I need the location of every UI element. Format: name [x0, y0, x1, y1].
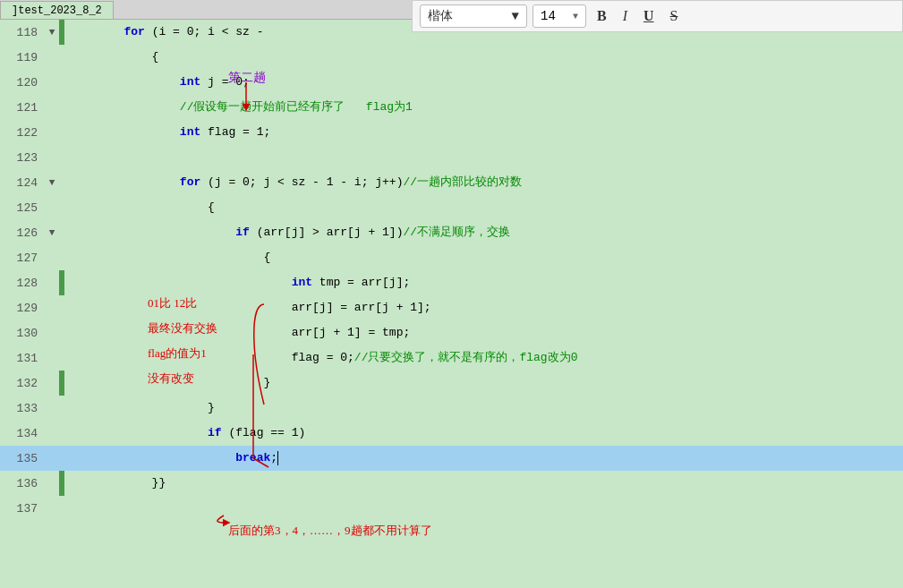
strikethrough-button[interactable]: S — [665, 6, 684, 26]
active-tab[interactable]: ]test_2023_8_2 — [0, 1, 114, 19]
code-text: arr[j] = arr[j + 1]; — [64, 295, 431, 320]
code-content-area[interactable]: 118 ▼ for (i = 0; i < sz - 119 { 120 int… — [0, 20, 903, 588]
code-text: arr[j + 1] = tmp; — [64, 320, 410, 345]
table-row: 134 if (flag == 1) — [0, 421, 903, 446]
font-family-label: 楷体 — [428, 8, 453, 24]
code-text: flag = 0;//只要交换了，就不是有序的，flag改为0 — [64, 345, 577, 371]
table-row: 132 } — [0, 371, 903, 396]
fold-icon[interactable]: ▼ — [45, 177, 59, 188]
font-size-select[interactable]: 14 ▼ — [532, 4, 586, 28]
code-text: int j = 0; — [64, 70, 250, 95]
line-number: 133 — [0, 402, 45, 415]
line-number: 128 — [0, 277, 45, 290]
table-row: 125 { — [0, 195, 903, 220]
code-text: { — [64, 245, 270, 270]
formatting-toolbar: 楷体 ▼ 14 ▼ B I U S — [412, 0, 903, 32]
line-number: 137 — [0, 502, 45, 516]
code-text: { — [64, 195, 215, 220]
table-row: 119 { — [0, 45, 903, 70]
font-family-chevron-icon: ▼ — [512, 9, 519, 23]
table-row: 123 — [0, 145, 903, 170]
bold-button[interactable]: B — [592, 6, 612, 26]
table-row: 127 { — [0, 245, 903, 270]
line-number: 127 — [0, 251, 45, 265]
line-number: 131 — [0, 352, 45, 365]
line-number: 129 — [0, 302, 45, 315]
table-row: 130 arr[j + 1] = tmp; — [0, 320, 903, 345]
editor-area: 118 ▼ for (i = 0; i < sz - 119 { 120 int… — [0, 20, 903, 588]
line-number: 122 — [0, 126, 45, 140]
table-row: 121 //假设每一趟开始前已经有序了 flag为1 — [0, 95, 903, 120]
code-text: }} — [64, 471, 166, 496]
table-row: 128 int tmp = arr[j]; — [0, 270, 903, 295]
italic-button[interactable]: I — [618, 6, 633, 26]
table-row: 131 flag = 0;//只要交换了，就不是有序的，flag改为0 — [0, 345, 903, 371]
code-text: //假设每一趟开始前已经有序了 flag为1 — [64, 95, 413, 120]
table-row: 133 } — [0, 396, 903, 421]
table-row: 120 int j = 0; — [0, 70, 903, 95]
line-number: 123 — [0, 151, 45, 165]
tab-label: ]test_2023_8_2 — [12, 4, 102, 17]
line-number: 118 — [0, 26, 45, 39]
table-row: 129 arr[j] = arr[j + 1]; — [0, 295, 903, 320]
change-indicator — [59, 496, 64, 521]
line-number: 132 — [0, 377, 45, 390]
line-number: 135 — [0, 452, 45, 465]
code-text: break; — [64, 446, 278, 471]
table-row: 126 ▼ if (arr[j] > arr[j + 1])//不满足顺序，交换 — [0, 220, 903, 245]
code-text: int tmp = arr[j]; — [64, 270, 410, 295]
underline-button[interactable]: U — [638, 6, 660, 26]
code-text: } — [64, 396, 215, 421]
change-indicator — [59, 145, 64, 170]
line-number: 136 — [0, 477, 45, 490]
fold-icon[interactable]: ▼ — [45, 27, 59, 38]
fold-icon[interactable]: ▼ — [45, 227, 59, 238]
line-number: 120 — [0, 76, 45, 89]
code-text: int flag = 1; — [64, 120, 270, 145]
code-text: } — [64, 371, 270, 396]
code-text: for (i = 0; i < sz - — [64, 20, 270, 45]
code-text: if (flag == 1) — [64, 421, 305, 446]
table-row: 137 — [0, 496, 903, 521]
font-size-label: 14 — [541, 9, 556, 23]
line-number: 134 — [0, 427, 45, 440]
annotation-skip: 后面的第3，4，……，9趟都不用计算了 — [228, 523, 432, 539]
line-number: 121 — [0, 101, 45, 115]
line-number: 124 — [0, 176, 45, 190]
code-text: for (j = 0; j < sz - 1 - i; j++)//一趟内部比较… — [64, 170, 522, 195]
font-size-chevron-icon: ▼ — [573, 12, 578, 21]
table-row: 136 }} — [0, 471, 903, 496]
code-text: if (arr[j] > arr[j + 1])//不满足顺序，交换 — [64, 220, 510, 245]
line-number: 130 — [0, 327, 45, 340]
font-family-select[interactable]: 楷体 ▼ — [420, 4, 527, 28]
line-number: 119 — [0, 51, 45, 64]
table-row: 122 int flag = 1; — [0, 120, 903, 145]
table-row: 135 break; — [0, 446, 903, 471]
code-text: { — [64, 45, 158, 70]
table-row: 124 ▼ for (j = 0; j < sz - 1 - i; j++)//… — [0, 170, 903, 195]
line-number: 126 — [0, 226, 45, 240]
line-number: 125 — [0, 201, 45, 215]
